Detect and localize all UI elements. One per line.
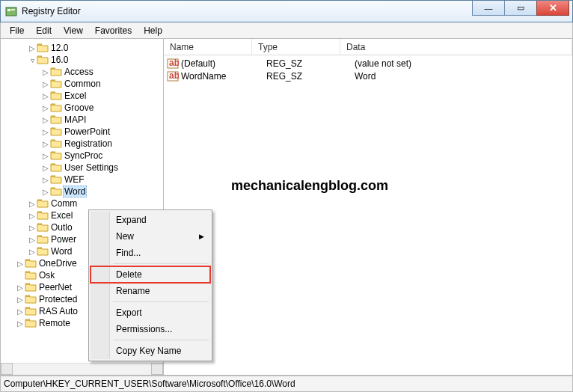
hscroll-track[interactable] bbox=[13, 363, 151, 375]
folder-icon bbox=[25, 282, 37, 293]
tree-item-label: Osk bbox=[39, 270, 55, 281]
scroll-right-button[interactable] bbox=[151, 363, 163, 375]
cell-type: REG_SZ bbox=[266, 58, 355, 69]
tree-item-label: Excel bbox=[51, 210, 73, 221]
tree-item[interactable]: ▷Comm bbox=[1, 197, 163, 209]
list-pane: Name Type Data ab(Default)REG_SZ(value n… bbox=[164, 39, 572, 375]
tree-item-label: Protected bbox=[39, 294, 77, 304]
window-title: Registry Editor bbox=[22, 6, 81, 16]
minimize-icon: ― bbox=[485, 4, 493, 13]
tree-item[interactable]: ▷WEF bbox=[1, 174, 163, 186]
column-type[interactable]: Type bbox=[252, 39, 340, 55]
tree-item[interactable]: ▿16.0 bbox=[1, 54, 163, 66]
tree-item-label: PowerPoint bbox=[64, 126, 110, 137]
expand-icon[interactable]: ▷ bbox=[16, 319, 25, 328]
cell-name: WordName bbox=[181, 71, 266, 82]
chevron-right-icon: ▶ bbox=[199, 233, 204, 240]
context-menu-separator bbox=[113, 340, 209, 340]
tree-item[interactable]: ▷Groove bbox=[1, 102, 163, 114]
menubar: File Edit View Favorites Help bbox=[0, 22, 573, 39]
expand-icon[interactable]: ▷ bbox=[41, 116, 50, 124]
ctx-new[interactable]: New▶ bbox=[91, 228, 210, 245]
folder-icon bbox=[37, 234, 49, 245]
expand-icon[interactable]: ▷ bbox=[41, 140, 50, 148]
tree-item[interactable]: ▷Registration bbox=[1, 138, 163, 150]
folder-icon bbox=[25, 294, 37, 304]
folder-icon bbox=[50, 150, 62, 161]
expand-icon[interactable]: ▷ bbox=[41, 164, 50, 172]
ctx-find-label: Find... bbox=[116, 248, 141, 258]
close-button[interactable]: ✕ bbox=[536, 1, 569, 16]
tree-item[interactable]: ▷Excel bbox=[1, 90, 163, 102]
menu-view[interactable]: View bbox=[58, 24, 89, 37]
tree-item[interactable]: ▷MAPI bbox=[1, 114, 163, 126]
ctx-new-label: New bbox=[116, 231, 134, 242]
ctx-rename[interactable]: Rename bbox=[91, 283, 210, 299]
tree-item[interactable]: ▷Access bbox=[1, 66, 163, 78]
tree-item-label: Registration bbox=[64, 138, 112, 149]
svg-rect-1 bbox=[7, 9, 10, 11]
expand-icon[interactable]: ▷ bbox=[16, 260, 25, 268]
tree-item[interactable]: ▷PowerPoint bbox=[1, 126, 163, 138]
expand-icon[interactable]: ▷ bbox=[16, 295, 25, 304]
expand-icon[interactable]: ▷ bbox=[28, 224, 37, 232]
expand-icon[interactable]: ▷ bbox=[28, 200, 37, 208]
tree-item-label: OneDrive bbox=[39, 258, 77, 269]
watermark-text: mechanicalengblog.com bbox=[231, 178, 388, 194]
context-menu-separator bbox=[113, 301, 209, 302]
expand-icon[interactable]: ▷ bbox=[41, 92, 50, 100]
menu-edit[interactable]: Edit bbox=[30, 24, 58, 37]
expand-icon[interactable]: ▷ bbox=[41, 188, 50, 196]
expand-icon[interactable]: ▷ bbox=[28, 236, 37, 244]
ctx-find[interactable]: Find... bbox=[91, 245, 210, 261]
expand-icon[interactable]: ▷ bbox=[41, 104, 50, 112]
tree-item-label: User Settings bbox=[64, 162, 118, 173]
ctx-permissions[interactable]: Permissions... bbox=[91, 321, 210, 337]
menu-file[interactable]: File bbox=[4, 24, 30, 37]
ctx-expand-label: Expand bbox=[116, 215, 147, 225]
expand-icon[interactable]: ▷ bbox=[41, 152, 50, 160]
folder-icon bbox=[37, 246, 49, 257]
expand-icon[interactable]: ▷ bbox=[41, 68, 50, 76]
scroll-left-button[interactable] bbox=[1, 363, 13, 375]
string-value-icon: ab bbox=[167, 58, 179, 69]
expand-icon[interactable]: ▷ bbox=[41, 80, 50, 88]
expand-icon[interactable]: ▿ bbox=[28, 56, 37, 64]
column-name[interactable]: Name bbox=[164, 39, 252, 55]
maximize-button[interactable]: ▭ bbox=[504, 1, 537, 16]
expand-icon[interactable]: ▷ bbox=[28, 212, 37, 220]
tree-item[interactable]: ▷12.0 bbox=[1, 42, 163, 54]
minimize-button[interactable]: ― bbox=[472, 1, 505, 16]
tree-item-label: RAS Auto bbox=[39, 306, 78, 316]
column-data[interactable]: Data bbox=[340, 39, 572, 55]
menu-favorites[interactable]: Favorites bbox=[89, 24, 138, 37]
expand-icon[interactable]: ▷ bbox=[16, 307, 25, 316]
expand-icon[interactable]: ▷ bbox=[41, 176, 50, 184]
expand-icon[interactable]: ▷ bbox=[28, 248, 37, 256]
svg-rect-0 bbox=[6, 7, 16, 16]
ctx-copy-key-name[interactable]: Copy Key Name bbox=[91, 343, 210, 359]
list-row[interactable]: abWordNameREG_SZWord bbox=[167, 70, 572, 82]
expand-icon[interactable]: ▷ bbox=[28, 44, 37, 52]
tree-item[interactable]: ▷SyncProc bbox=[1, 150, 163, 162]
tree-item-label: Word bbox=[63, 186, 87, 197]
tree-item-label: Power bbox=[51, 234, 76, 245]
string-value-icon: ab bbox=[167, 71, 179, 82]
tree-item[interactable]: ▷Common bbox=[1, 78, 163, 90]
tree-item-label: Common bbox=[64, 79, 101, 89]
ctx-export[interactable]: Export bbox=[91, 304, 210, 321]
folder-icon bbox=[50, 126, 62, 137]
list-row[interactable]: ab(Default)REG_SZ(value not set) bbox=[167, 57, 572, 70]
expand-icon[interactable]: ▷ bbox=[16, 284, 25, 292]
menu-help[interactable]: Help bbox=[138, 24, 168, 37]
tree-item[interactable]: ▷User Settings bbox=[1, 162, 163, 174]
folder-icon bbox=[25, 306, 37, 316]
expand-icon[interactable]: ▷ bbox=[41, 128, 50, 136]
ctx-permissions-label: Permissions... bbox=[116, 324, 172, 334]
tree-item-label: 12.0 bbox=[51, 43, 68, 53]
ctx-delete[interactable]: Delete bbox=[91, 266, 210, 283]
folder-icon bbox=[25, 318, 37, 328]
folder-icon bbox=[25, 258, 37, 269]
tree-item[interactable]: ▷Word bbox=[1, 186, 163, 197]
ctx-expand[interactable]: Expand bbox=[91, 212, 210, 228]
